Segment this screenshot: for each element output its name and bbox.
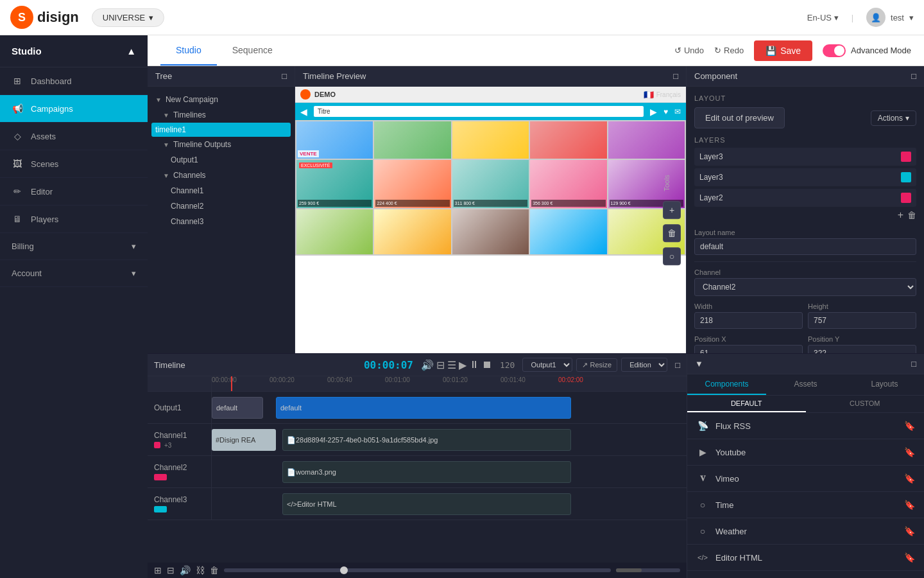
redo-button[interactable]: ↻ Redo bbox=[714, 46, 744, 55]
property-card bbox=[374, 121, 450, 159]
bookmark-icon[interactable]: 🔖 bbox=[904, 473, 915, 484]
position-y-input[interactable] bbox=[808, 345, 916, 353]
track-content-output1[interactable]: default default bbox=[212, 392, 687, 423]
sidebar-item-campaigns[interactable]: 📢 Campaigns bbox=[0, 95, 148, 123]
stop-button[interactable]: ⏹ bbox=[482, 359, 492, 371]
tree-item-channel3[interactable]: Channel3 bbox=[148, 214, 295, 229]
tree-item-timeline-outputs[interactable]: ▼ Timeline Outputs bbox=[148, 137, 295, 152]
tree-item-new-campaign[interactable]: ▼ New Campaign bbox=[148, 92, 295, 107]
tree-item-channels[interactable]: ▼ Channels bbox=[148, 168, 295, 183]
sidebar-item-editor[interactable]: ✏ Editor bbox=[0, 178, 148, 206]
tool-delete-btn[interactable]: 🗑 bbox=[663, 224, 681, 242]
track-content-channel1[interactable]: #Disign REA 📄 28d8894f-2257-4be0-b051-9a… bbox=[212, 424, 687, 455]
tool-add-btn[interactable]: + bbox=[663, 201, 681, 219]
scrubber-thumb[interactable] bbox=[340, 566, 348, 574]
bookmark-icon[interactable]: 🔖 bbox=[904, 500, 915, 510]
tree-title: Tree bbox=[155, 71, 172, 81]
comp-item-facebook[interactable]: f Facebook 🔖 bbox=[687, 571, 924, 578]
zoom-bar[interactable] bbox=[616, 568, 680, 572]
layer-item-1[interactable]: Layer3 bbox=[694, 148, 916, 166]
output-select[interactable]: Output1 bbox=[522, 358, 572, 372]
universe-button[interactable]: UNIVERSE ▾ bbox=[92, 8, 164, 27]
layer-delete-button[interactable]: 🗑 bbox=[907, 209, 916, 221]
sidebar-item-assets[interactable]: ◇ Assets bbox=[0, 123, 148, 150]
track-block[interactable]: #Disign REA bbox=[212, 429, 276, 451]
track-label-channel2: Channel2 bbox=[148, 456, 212, 487]
bookmark-icon[interactable]: 🔖 bbox=[904, 552, 915, 563]
comp-type-default[interactable]: DEFAULT bbox=[687, 396, 806, 412]
volume-button[interactable]: 🔊 bbox=[421, 359, 434, 371]
resize-button[interactable]: ↗ Resize bbox=[576, 358, 617, 372]
tab-sequence[interactable]: Sequence bbox=[217, 36, 288, 66]
tree-item-timeline1[interactable]: timeline1 bbox=[151, 123, 291, 137]
timeline-scrubber[interactable] bbox=[224, 568, 611, 572]
edit-preview-button[interactable]: Edit out of preview bbox=[694, 107, 785, 128]
position-x-input[interactable] bbox=[694, 345, 803, 353]
tab-layouts[interactable]: Layouts bbox=[845, 374, 924, 395]
tree-item-output1[interactable]: Output1 bbox=[148, 152, 295, 168]
tab-components[interactable]: Components bbox=[687, 374, 766, 395]
ruler-mark: 00:00:00 bbox=[212, 376, 237, 383]
next-icon[interactable]: ▶ bbox=[650, 107, 657, 117]
tree-item-channel2[interactable]: Channel2 bbox=[148, 198, 295, 214]
comp-type-custom[interactable]: CUSTOM bbox=[806, 396, 925, 412]
tab-assets[interactable]: Assets bbox=[766, 374, 845, 395]
property-card: VENTE bbox=[296, 121, 373, 159]
grid-button[interactable]: ⊞ bbox=[154, 565, 162, 575]
bookmark-icon[interactable]: 🔖 bbox=[904, 526, 915, 536]
comp-item-flux-rss[interactable]: 📡 Flux RSS 🔖 bbox=[687, 413, 924, 439]
sidebar-section-account[interactable]: Account ▾ bbox=[0, 260, 148, 287]
tab-label: CUSTOM bbox=[850, 399, 880, 407]
track-block[interactable]: default bbox=[212, 397, 263, 419]
sidebar-item-players[interactable]: 🖥 Players bbox=[0, 206, 148, 233]
list-button[interactable]: ☰ bbox=[447, 359, 456, 371]
link-button[interactable]: ⛓ bbox=[196, 565, 205, 575]
track-block[interactable]: 📄 woman3.png bbox=[282, 461, 571, 483]
edition-select[interactable]: Edition bbox=[621, 358, 667, 372]
width-input[interactable] bbox=[694, 312, 803, 329]
play-button[interactable]: ▶ bbox=[459, 359, 466, 371]
track-block[interactable]: 📄 28d8894f-2257-4be0-b051-9a1dcf585bd4.j… bbox=[282, 429, 571, 451]
language-selector[interactable]: En-US ▾ bbox=[807, 13, 839, 22]
save-button[interactable]: 💾 Save bbox=[754, 40, 812, 61]
track-block[interactable]: </>Editor HTML bbox=[282, 493, 571, 515]
bookmark-icon[interactable]: 🔖 bbox=[904, 421, 915, 431]
sidebar-item-scenes[interactable]: 🖼 Scenes bbox=[0, 150, 148, 178]
sidebar-section-billing[interactable]: Billing ▾ bbox=[0, 233, 148, 260]
user-menu[interactable]: 👤 test ▾ bbox=[866, 8, 914, 27]
sidebar-item-dashboard[interactable]: ⊞ Dashboard bbox=[0, 67, 148, 95]
account-label: Account bbox=[12, 268, 42, 278]
tree-item-channel1[interactable]: Channel1 bbox=[148, 183, 295, 198]
layer-item-2[interactable]: Layer3 bbox=[694, 168, 916, 186]
tree-panel: Tree □ ▼ New Campaign ▼ Timelines timeli… bbox=[148, 66, 295, 353]
channel-select[interactable]: Channel2 Channel1 Channel3 bbox=[694, 278, 916, 296]
pause-button[interactable]: ⏸ bbox=[469, 359, 479, 371]
prev-icon[interactable]: ◀ bbox=[300, 107, 307, 117]
track-content-channel3[interactable]: </>Editor HTML bbox=[212, 488, 687, 520]
track-block[interactable]: default bbox=[276, 397, 571, 419]
tab-studio[interactable]: Studio bbox=[160, 36, 217, 66]
layer-add-button[interactable]: + bbox=[898, 209, 903, 221]
height-input[interactable] bbox=[808, 312, 916, 329]
tree-item-timelines[interactable]: ▼ Timelines bbox=[148, 107, 295, 123]
split-button[interactable]: ⊟ bbox=[167, 565, 175, 575]
tool-circle-btn[interactable]: ○ bbox=[663, 247, 681, 265]
trash-button[interactable]: 🗑 bbox=[210, 565, 219, 575]
width-field: Width bbox=[694, 302, 803, 329]
comp-item-weather[interactable]: ○ Weather 🔖 bbox=[687, 518, 924, 545]
comp-item-editor-html[interactable]: </> Editor HTML 🔖 bbox=[687, 545, 924, 571]
comp-item-time[interactable]: ○ Time 🔖 bbox=[687, 492, 924, 518]
bookmark-icon[interactable]: 🔖 bbox=[904, 447, 915, 457]
layout-button[interactable]: ⊟ bbox=[436, 359, 445, 371]
actions-button[interactable]: Actions ▾ bbox=[871, 110, 916, 126]
audio-button[interactable]: 🔊 bbox=[180, 565, 191, 575]
advanced-mode-toggle[interactable]: Advanced Mode bbox=[823, 44, 911, 57]
comp-item-youtube[interactable]: ▶ Youtube 🔖 bbox=[687, 439, 924, 466]
toggle-switch[interactable] bbox=[823, 44, 846, 57]
layer-item-3[interactable]: Layer2 bbox=[694, 189, 916, 207]
comp-item-vimeo[interactable]: 𝐕 Vimeo 🔖 bbox=[687, 466, 924, 492]
heart-icon: ♥ bbox=[663, 107, 668, 116]
track-content-channel2[interactable]: 📄 woman3.png bbox=[212, 456, 687, 487]
layout-name-input[interactable] bbox=[694, 238, 916, 255]
undo-button[interactable]: ↺ Undo bbox=[674, 46, 704, 55]
